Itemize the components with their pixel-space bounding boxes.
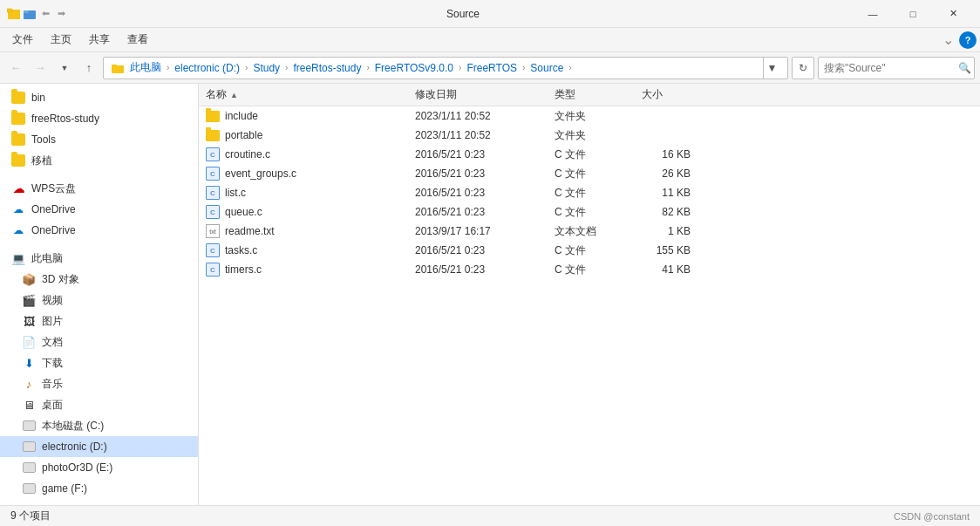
sidebar-item-onedrive1[interactable]: ☁ OneDrive	[0, 199, 198, 220]
address-dropdown-icon[interactable]: ▼	[763, 57, 780, 79]
quick-access-icon	[23, 7, 37, 21]
breadcrumb-sep4: ›	[366, 63, 369, 72]
menu-file[interactable]: 文件	[3, 29, 42, 51]
sidebar-item-bin[interactable]: bin	[0, 87, 198, 108]
table-row[interactable]: include 2023/1/11 20:52 文件夹	[199, 106, 980, 126]
file-name-cell: portable	[199, 128, 408, 142]
col-header-type[interactable]: 类型	[548, 87, 635, 102]
sidebar-label-onedrive2: OneDrive	[31, 224, 76, 236]
file-name-cell: C list.c	[199, 186, 408, 200]
file-name: include	[225, 110, 258, 122]
svg-rect-4	[24, 10, 29, 13]
table-row[interactable]: C event_groups.c 2016/5/21 0:23 C 文件 26 …	[199, 164, 980, 183]
back-button[interactable]: ←	[5, 58, 26, 79]
up-button[interactable]: ↑	[78, 58, 99, 79]
table-row[interactable]: txt readme.txt 2013/9/17 16:17 文本文档 1 KB	[199, 222, 980, 241]
sidebar-item-image[interactable]: 🖼 图片	[0, 311, 198, 331]
table-row[interactable]: C croutine.c 2016/5/21 0:23 C 文件 16 KB	[199, 145, 980, 164]
window-icon	[7, 7, 21, 21]
breadcrumb-drive[interactable]: electronic (D:)	[174, 62, 240, 74]
file-name-cell: C timers.c	[199, 263, 408, 277]
sidebar-label-drive-e: photoOr3D (E:)	[42, 461, 112, 474]
address-bar[interactable]: 此电脑 › electronic (D:) › Study › freeRtos…	[103, 57, 788, 79]
col-size-label: 大小	[642, 87, 663, 102]
file-name: croutine.c	[225, 148, 270, 161]
file-date-cell: 2016/5/21 0:23	[408, 148, 548, 161]
sidebar-item-wps[interactable]: ☁ WPS云盘	[0, 178, 198, 199]
file-name-cell: C event_groups.c	[199, 167, 408, 181]
file-type-icon: C	[206, 205, 220, 219]
sidebar-item-doc[interactable]: 📄 文档	[0, 331, 198, 352]
file-date-cell: 2016/5/21 0:23	[408, 187, 548, 199]
sidebar-drive-c[interactable]: 本地磁盘 (C:)	[0, 415, 198, 436]
sidebar-label-drive-f: game (F:)	[42, 482, 87, 495]
file-size-cell: 11 KB	[635, 187, 704, 199]
help-button[interactable]: ?	[959, 31, 977, 49]
drive-c-icon	[21, 418, 37, 434]
sidebar-label-bin: bin	[31, 92, 45, 104]
sidebar-drive-f[interactable]: game (F:)	[0, 478, 198, 499]
table-row[interactable]: C timers.c 2016/5/21 0:23 C 文件 41 KB	[199, 260, 980, 279]
sidebar-item-thispc[interactable]: 💻 此电脑	[0, 248, 198, 269]
table-row[interactable]: C tasks.c 2016/5/21 0:23 C 文件 155 KB	[199, 241, 980, 260]
file-area: 名称 ▲ 修改日期 类型 大小 include 2023/1/11 20:52 …	[199, 84, 980, 505]
svg-rect-2	[7, 9, 12, 12]
file-date-cell: 2023/1/11 20:52	[408, 110, 548, 122]
file-list-header: 名称 ▲ 修改日期 类型 大小	[199, 84, 980, 106]
dropdown-button[interactable]: ▼	[54, 58, 75, 79]
forward-button[interactable]: →	[30, 58, 51, 79]
table-row[interactable]: portable 2023/1/11 20:52 文件夹	[199, 126, 980, 145]
sidebar-label-video: 视频	[42, 293, 63, 308]
file-name: tasks.c	[225, 244, 257, 256]
col-header-date[interactable]: 修改日期	[408, 87, 548, 102]
thispc-icon: 💻	[10, 250, 26, 266]
drive-d-icon	[21, 439, 37, 454]
menu-bar: 文件 主页 共享 查看 ⌄ ?	[0, 28, 980, 52]
file-type-icon: C	[206, 167, 220, 181]
sidebar-item-music[interactable]: ♪ 音乐	[0, 373, 198, 394]
file-date-cell: 2016/5/21 0:23	[408, 263, 548, 276]
file-type-icon: C	[206, 263, 220, 277]
watermark: CSDN @constant	[894, 511, 970, 522]
ribbon-collapse-icon[interactable]: ⌄	[937, 31, 959, 48]
sidebar-item-3d[interactable]: 📦 3D 对象	[0, 269, 198, 290]
sidebar-item-download[interactable]: ⬇ 下载	[0, 352, 198, 373]
sidebar-item-desktop[interactable]: 🖥 桌面	[0, 394, 198, 415]
file-name: readme.txt	[225, 225, 275, 237]
sidebar-item-onedrive2[interactable]: ☁ OneDrive	[0, 220, 198, 241]
menu-home[interactable]: 主页	[42, 29, 80, 51]
redo-icon[interactable]: ➡	[54, 7, 68, 21]
breadcrumb-source[interactable]: Source	[530, 62, 563, 74]
breadcrumb-version[interactable]: FreeRTOSv9.0.0	[375, 62, 453, 74]
sidebar-drive-e[interactable]: photoOr3D (E:)	[0, 457, 198, 478]
minimize-button[interactable]: —	[853, 0, 893, 28]
col-name-label: 名称	[206, 87, 227, 102]
sidebar-item-video[interactable]: 🎬 视频	[0, 290, 198, 311]
col-type-label: 类型	[555, 87, 575, 102]
search-input[interactable]	[824, 62, 955, 74]
close-button[interactable]: ✕	[933, 0, 973, 28]
file-type-cell: 文本文档	[548, 224, 635, 239]
breadcrumb-sep3: ›	[285, 63, 288, 72]
file-type-icon: C	[206, 243, 220, 257]
title-bar-left-icons: ⬅ ➡	[7, 7, 68, 21]
breadcrumb-freertos-study[interactable]: freeRtos-study	[293, 62, 361, 74]
col-header-size[interactable]: 大小	[635, 87, 704, 102]
file-date-cell: 2016/5/21 0:23	[408, 244, 548, 256]
table-row[interactable]: C queue.c 2016/5/21 0:23 C 文件 82 KB	[199, 202, 980, 222]
breadcrumb-freertos[interactable]: FreeRTOS	[466, 62, 517, 74]
undo-icon[interactable]: ⬅	[38, 7, 52, 21]
sidebar-item-tools[interactable]: Tools	[0, 129, 198, 150]
maximize-button[interactable]: □	[893, 0, 933, 28]
breadcrumb-pc[interactable]: 此电脑	[130, 60, 161, 75]
menu-share[interactable]: 共享	[80, 29, 119, 51]
table-row[interactable]: C list.c 2016/5/21 0:23 C 文件 11 KB	[199, 183, 980, 202]
sidebar-item-migration[interactable]: 移植	[0, 150, 198, 171]
sidebar-drive-d[interactable]: electronic (D:)	[0, 436, 198, 457]
search-bar[interactable]: 🔍	[818, 57, 975, 79]
col-header-name[interactable]: 名称 ▲	[199, 87, 408, 102]
breadcrumb-study[interactable]: Study	[253, 62, 280, 74]
refresh-button[interactable]: ↻	[792, 57, 814, 79]
sidebar-item-freertos-study[interactable]: freeRtos-study	[0, 108, 198, 129]
menu-view[interactable]: 查看	[119, 29, 157, 51]
